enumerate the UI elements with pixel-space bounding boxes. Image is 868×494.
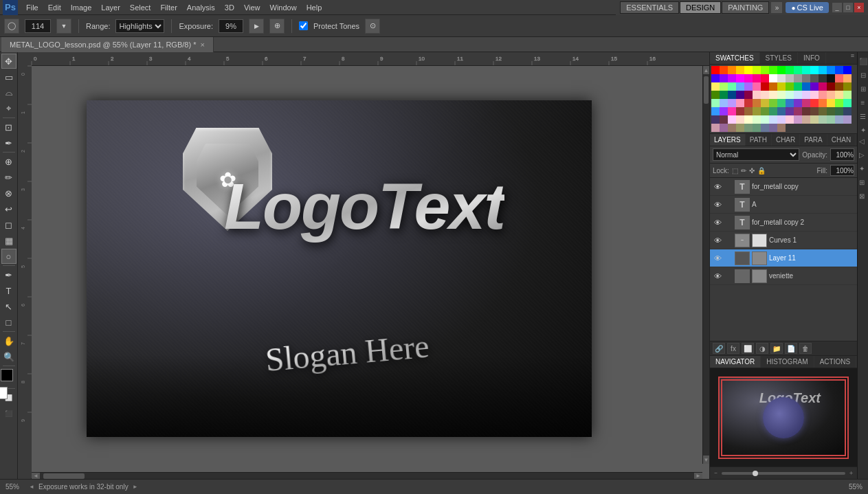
color-swatch[interactable]: [819, 91, 827, 99]
color-swatch[interactable]: [777, 82, 786, 91]
brush-size-input[interactable]: [25, 19, 51, 33]
layer-visibility-toggle[interactable]: 👁: [713, 182, 722, 192]
color-swatch[interactable]: [720, 107, 728, 115]
menu-layer[interactable]: Layer: [97, 2, 124, 13]
color-swatch[interactable]: [720, 74, 728, 82]
tab-styles[interactable]: STYLES: [760, 52, 798, 64]
color-swatch[interactable]: [843, 74, 852, 82]
link-layers-btn[interactable]: 🔗: [713, 343, 725, 354]
right-strip-icon-1[interactable]: ⬛: [858, 55, 868, 67]
color-swatch[interactable]: [769, 74, 777, 82]
layer-item[interactable]: 👁TA: [710, 196, 857, 214]
workspace-essentials[interactable]: ESSENTIALS: [620, 1, 679, 14]
color-swatch[interactable]: [769, 124, 777, 132]
scroll-up-btn[interactable]: ▲: [703, 66, 709, 74]
add-style-btn[interactable]: fx: [727, 343, 739, 354]
color-swatch[interactable]: [802, 74, 810, 82]
menu-help[interactable]: Help: [302, 2, 326, 13]
range-select[interactable]: Highlights Midtones Shadows: [115, 19, 164, 33]
layer-visibility-toggle[interactable]: 👁: [713, 218, 722, 227]
color-swatch[interactable]: [802, 99, 810, 107]
color-swatch[interactable]: [761, 91, 769, 99]
menu-select[interactable]: Select: [126, 2, 155, 13]
color-swatch[interactable]: [819, 82, 827, 91]
swatches-tool1-icon[interactable]: ✦: [857, 162, 867, 175]
color-swatch[interactable]: [711, 99, 720, 107]
color-swatch[interactable]: [744, 124, 753, 132]
color-swatch[interactable]: [827, 66, 835, 74]
tab-swatches[interactable]: SWATCHES: [710, 52, 760, 64]
color-swatch[interactable]: [843, 82, 852, 91]
tool-stamp[interactable]: ⊗: [1, 186, 16, 201]
color-swatch[interactable]: [810, 107, 819, 115]
color-swatch[interactable]: [736, 107, 744, 115]
lock-transparent-icon[interactable]: ⬚: [732, 167, 738, 175]
layer-visibility-toggle[interactable]: 👁: [713, 271, 722, 281]
color-swatch[interactable]: [777, 107, 786, 115]
nav-zoom-thumb[interactable]: [753, 471, 758, 476]
delete-layer-btn[interactable]: 🗑: [799, 343, 812, 354]
menu-edit[interactable]: Edit: [44, 2, 65, 13]
color-swatch[interactable]: [819, 74, 827, 82]
color-swatch[interactable]: [736, 91, 744, 99]
protect-tones-checkbox[interactable]: [299, 21, 308, 30]
color-swatch[interactable]: [769, 82, 777, 91]
color-swatch[interactable]: [835, 99, 843, 107]
color-swatch[interactable]: [736, 66, 744, 74]
tool-screen-mode[interactable]: ⬛: [1, 406, 16, 421]
color-swatch[interactable]: [744, 82, 753, 91]
color-swatch[interactable]: [843, 99, 852, 107]
color-swatch[interactable]: [728, 66, 736, 74]
tab-chan[interactable]: CHAN: [827, 134, 856, 146]
color-swatch[interactable]: [810, 115, 819, 124]
color-swatch[interactable]: [835, 74, 843, 82]
color-swatch[interactable]: [843, 66, 852, 74]
color-swatch[interactable]: [744, 66, 753, 74]
color-swatch[interactable]: [802, 91, 810, 99]
color-swatch[interactable]: [769, 66, 777, 74]
color-swatch[interactable]: [835, 91, 843, 99]
color-swatch[interactable]: [753, 99, 761, 107]
workspace-painting[interactable]: PAINTING: [722, 1, 769, 14]
swatches-panel-expand[interactable]: ≡: [848, 52, 857, 64]
color-swatch[interactable]: [827, 99, 835, 107]
menu-analysis[interactable]: Analysis: [183, 2, 219, 13]
new-group-btn[interactable]: 📁: [770, 343, 783, 354]
color-swatch[interactable]: [753, 91, 761, 99]
canvas-scrollbar-v[interactable]: ▲ ▼: [702, 66, 709, 464]
layer-visibility-toggle[interactable]: 👁: [713, 200, 722, 210]
color-swatch[interactable]: [777, 124, 786, 132]
color-swatch[interactable]: [711, 74, 720, 82]
scroll-down-btn[interactable]: ▼: [703, 456, 709, 464]
tool-crop[interactable]: ⊡: [1, 120, 16, 135]
cs-live-btn[interactable]: ●CS Live: [786, 2, 829, 13]
color-swatch[interactable]: [769, 99, 777, 107]
layer-item[interactable]: 👁veniette: [710, 267, 857, 285]
color-swatch[interactable]: [802, 115, 810, 124]
color-swatch[interactable]: [728, 115, 736, 124]
add-mask-btn[interactable]: ⬜: [742, 343, 754, 354]
color-swatch[interactable]: [794, 107, 802, 115]
tool-hand[interactable]: ✋: [1, 333, 16, 348]
airbrush-btn[interactable]: ⊕: [269, 19, 285, 34]
color-swatch[interactable]: [835, 107, 843, 115]
color-swatch[interactable]: [827, 107, 835, 115]
color-swatch[interactable]: [736, 99, 744, 107]
color-swatch[interactable]: [753, 107, 761, 115]
color-swatch[interactable]: [769, 107, 777, 115]
lock-all-icon[interactable]: 🔒: [757, 167, 766, 175]
color-swatch[interactable]: [728, 107, 736, 115]
tab-para[interactable]: PARA: [800, 134, 827, 146]
color-swatch[interactable]: [819, 107, 827, 115]
color-swatch[interactable]: [827, 115, 835, 124]
color-swatch[interactable]: [744, 99, 753, 107]
swatches-expand-icon[interactable]: ▷: [857, 148, 867, 161]
new-layer-btn[interactable]: 📄: [785, 343, 797, 354]
right-strip-icon-4[interactable]: ≡: [858, 96, 868, 109]
color-swatch[interactable]: [786, 66, 794, 74]
scroll-thumb-h[interactable]: [43, 473, 85, 479]
layer-visibility-toggle[interactable]: 👁: [713, 236, 722, 245]
color-swatch[interactable]: [802, 107, 810, 115]
tab-close-btn[interactable]: ×: [200, 41, 204, 49]
swatches-tool3-icon[interactable]: ⊠: [857, 190, 867, 202]
